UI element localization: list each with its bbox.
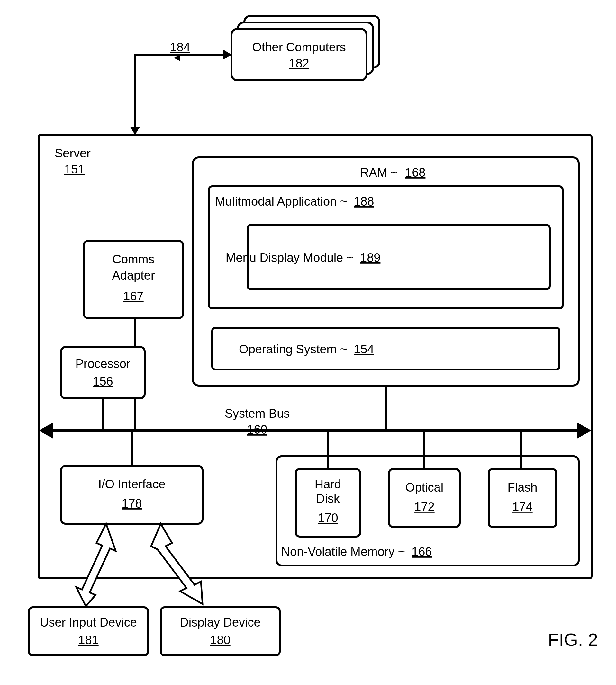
nvm-label: Non-Volatile Memory ~ bbox=[281, 545, 405, 558]
processor-block: Processor 156 bbox=[61, 347, 145, 398]
svg-rect-30 bbox=[161, 607, 280, 656]
app-num: 188 bbox=[354, 195, 374, 208]
module-num: 189 bbox=[360, 251, 380, 265]
other-computers-block: Other Computers 182 bbox=[232, 16, 379, 80]
svg-marker-4 bbox=[130, 127, 140, 135]
user-input-num: 181 bbox=[78, 633, 98, 647]
display-num: 180 bbox=[210, 633, 230, 647]
flash-num: 174 bbox=[512, 500, 532, 513]
os-label: Operating System ~ bbox=[239, 342, 347, 356]
optical-label: Optical bbox=[405, 481, 443, 494]
user-input-device-block: User Input Device 181 bbox=[29, 607, 148, 656]
ram-label: RAM ~ bbox=[360, 166, 398, 179]
svg-rect-26 bbox=[489, 469, 556, 527]
server-num: 151 bbox=[64, 163, 85, 176]
comms-label2: Adapter bbox=[112, 269, 155, 282]
hd-label1: Hard bbox=[315, 477, 341, 491]
os-num: 154 bbox=[354, 342, 374, 356]
processor-num: 156 bbox=[93, 374, 113, 388]
display-device-block: Display Device 180 bbox=[161, 607, 280, 656]
display-label: Display Device bbox=[180, 616, 260, 629]
hd-num: 170 bbox=[317, 511, 338, 525]
comms-adapter-block: Comms Adapter 167 bbox=[84, 241, 183, 318]
svg-rect-19 bbox=[61, 466, 202, 524]
nvm-num: 166 bbox=[412, 545, 432, 558]
app-label: Mulitmodal Application ~ bbox=[215, 195, 347, 208]
module-label: Menu Display Module ~ bbox=[226, 251, 354, 265]
svg-rect-25 bbox=[389, 469, 460, 527]
svg-rect-29 bbox=[29, 607, 148, 656]
bus-label: System Bus bbox=[225, 407, 290, 420]
network-link-num: 184 bbox=[170, 41, 190, 54]
svg-rect-12 bbox=[61, 347, 145, 398]
processor-label: Processor bbox=[75, 357, 130, 370]
hd-label2: Disk bbox=[316, 492, 340, 505]
network-link: 184 bbox=[130, 41, 232, 135]
server-label: Server bbox=[54, 146, 91, 160]
flash-label: Flash bbox=[508, 481, 537, 494]
optical-num: 172 bbox=[414, 500, 434, 513]
comms-num: 167 bbox=[123, 290, 144, 303]
diagram-root: Other Computers 182 184 Server 151 RAM ~… bbox=[0, 0, 616, 685]
comms-label1: Comms bbox=[112, 253, 155, 266]
figure-label: FIG. 2 bbox=[548, 630, 598, 650]
other-computers-label: Other Computers bbox=[252, 41, 346, 54]
ram-block: RAM ~ 168 Mulitmodal Application ~ 188 M… bbox=[193, 157, 579, 386]
svg-marker-3 bbox=[223, 50, 232, 60]
ram-num: 168 bbox=[405, 166, 425, 179]
io-num: 178 bbox=[122, 497, 142, 510]
svg-rect-2 bbox=[232, 29, 367, 80]
other-computers-num: 182 bbox=[289, 56, 309, 70]
io-label: I/O Interface bbox=[98, 477, 165, 491]
user-input-label: User Input Device bbox=[40, 616, 137, 629]
